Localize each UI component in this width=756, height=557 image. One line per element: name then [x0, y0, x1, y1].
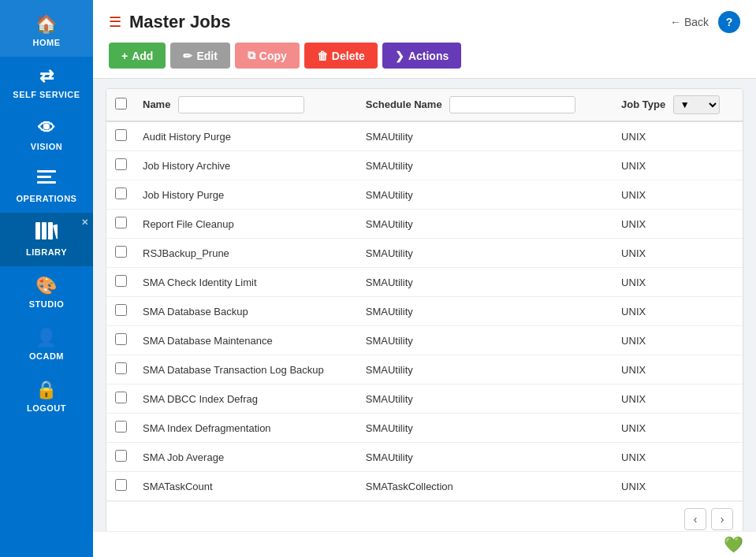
- row-schedule-name: SMAUtility: [358, 355, 613, 384]
- table-area: Name Schedule Name Job Type ▼ UNIX: [93, 79, 756, 531]
- row-job-type: UNIX: [613, 268, 743, 297]
- table-row: SMA Database Transaction Log Backup SMAU…: [106, 355, 743, 384]
- sidebar-item-vision[interactable]: 👁 VISION: [0, 109, 93, 161]
- delete-label: Delete: [332, 50, 365, 62]
- row-checkbox[interactable]: [115, 217, 127, 228]
- prev-page-button[interactable]: ‹: [684, 508, 706, 530]
- row-name: Report File Cleanup: [135, 210, 358, 239]
- svg-rect-2: [37, 181, 56, 184]
- row-checkbox[interactable]: [115, 246, 127, 258]
- row-name: SMA Database Backup: [135, 297, 358, 326]
- pagination: ‹ ›: [106, 501, 743, 531]
- row-schedule-name: SMAUtility: [358, 151, 613, 180]
- table-row: RSJBackup_Prune SMAUtility UNIX: [106, 239, 743, 268]
- table-row: SMA Job Average SMAUtility UNIX: [106, 443, 743, 472]
- table-row: SMA DBCC Index Defrag SMAUtility UNIX: [106, 384, 743, 414]
- table-row: Job History Purge SMAUtility UNIX: [106, 180, 743, 210]
- sidebar-item-label: SELF SERVICE: [13, 90, 80, 99]
- topbar-header: ☰ Master Jobs ← Back ?: [109, 11, 740, 33]
- table-row: Audit History Purge SMAUtility UNIX: [106, 121, 743, 151]
- table-row: SMA Index Defragmentation SMAUtility UNI…: [106, 414, 743, 443]
- sidebar-item-ocadm[interactable]: 👤 OCADM: [0, 318, 93, 370]
- row-name: Job History Archive: [135, 151, 358, 180]
- name-col-header: Name: [135, 89, 358, 121]
- operations-icon: [37, 170, 56, 191]
- row-checkbox[interactable]: [115, 333, 127, 345]
- row-checkbox[interactable]: [115, 129, 127, 141]
- edit-button[interactable]: ✏ Edit: [170, 43, 229, 69]
- row-name: RSJBackup_Prune: [135, 239, 358, 268]
- row-checkbox-cell: [106, 151, 135, 180]
- sidebar-item-label: STUDIO: [29, 299, 65, 309]
- row-schedule-name: SMAUtility: [358, 414, 613, 443]
- actions-button[interactable]: ❯ Actions: [382, 43, 461, 69]
- row-checkbox[interactable]: [115, 362, 127, 374]
- add-button[interactable]: + Add: [109, 43, 166, 69]
- table-row: SMA Database Backup SMAUtility UNIX: [106, 297, 743, 326]
- row-job-type: UNIX: [613, 326, 743, 355]
- table-row: Job History Archive SMAUtility UNIX: [106, 151, 743, 180]
- sidebar-item-operations[interactable]: OPERATIONS: [0, 161, 93, 213]
- sidebar-item-library[interactable]: ✕ LIBRARY: [0, 213, 93, 266]
- logout-icon: 🔒: [35, 380, 58, 400]
- close-icon[interactable]: ✕: [81, 217, 89, 228]
- topbar: ☰ Master Jobs ← Back ? + Add ✏ Edit: [93, 0, 756, 79]
- back-label: Back: [684, 16, 709, 28]
- sidebar-item-label: OCADM: [29, 351, 64, 361]
- table-row: SMATaskCount SMATaskCollection UNIX: [106, 472, 743, 501]
- svg-rect-3: [35, 222, 40, 240]
- row-checkbox[interactable]: [115, 188, 127, 199]
- add-label: Add: [132, 50, 153, 62]
- row-schedule-name: SMAUtility: [358, 210, 613, 239]
- sidebar: 🏠 HOME ⇄ SELF SERVICE 👁 VISION OPERATION…: [0, 0, 93, 557]
- sidebar-item-studio[interactable]: 🎨 STUDIO: [0, 266, 93, 318]
- help-button[interactable]: ?: [718, 11, 740, 33]
- copy-button[interactable]: ⧉ Copy: [235, 43, 300, 69]
- name-filter-input[interactable]: [178, 96, 304, 113]
- row-name: SMA DBCC Index Defrag: [135, 384, 358, 414]
- sidebar-item-logout[interactable]: 🔒 LOGOUT: [0, 370, 93, 422]
- job-type-filter-select[interactable]: ▼ UNIX: [673, 95, 720, 114]
- row-name: SMA Database Maintenance: [135, 326, 358, 355]
- back-arrow-icon: ←: [670, 16, 681, 28]
- row-schedule-name: SMAUtility: [358, 180, 613, 210]
- svg-rect-4: [42, 222, 47, 240]
- row-schedule-name: SMAUtility: [358, 239, 613, 268]
- next-page-button[interactable]: ›: [711, 508, 733, 530]
- sidebar-item-home[interactable]: 🏠 HOME: [0, 0, 93, 57]
- row-checkbox-cell: [106, 355, 135, 384]
- row-checkbox[interactable]: [115, 392, 127, 403]
- row-checkbox[interactable]: [115, 304, 127, 316]
- select-all-checkbox[interactable]: [115, 98, 127, 110]
- hamburger-icon[interactable]: ☰: [109, 13, 121, 31]
- row-checkbox-cell: [106, 414, 135, 443]
- sidebar-item-self-service[interactable]: ⇄ SELF SERVICE: [0, 57, 93, 109]
- row-name: SMATaskCount: [135, 472, 358, 501]
- row-checkbox[interactable]: [115, 421, 127, 433]
- delete-button[interactable]: 🗑 Delete: [304, 43, 378, 69]
- schedule-name-filter-input[interactable]: [449, 96, 575, 113]
- row-checkbox[interactable]: [115, 479, 127, 491]
- row-schedule-name: SMAUtility: [358, 268, 613, 297]
- row-job-type: UNIX: [613, 121, 743, 151]
- edit-icon: ✏: [183, 50, 192, 62]
- row-job-type: UNIX: [613, 355, 743, 384]
- row-checkbox[interactable]: [115, 275, 127, 287]
- back-link[interactable]: ← Back: [670, 16, 709, 28]
- row-checkbox-cell: [106, 210, 135, 239]
- row-checkbox-cell: [106, 384, 135, 414]
- row-checkbox[interactable]: [115, 158, 127, 170]
- row-name: SMA Check Identity Limit: [135, 268, 358, 297]
- table-row: SMA Database Maintenance SMAUtility UNIX: [106, 326, 743, 355]
- row-checkbox-cell: [106, 180, 135, 210]
- ocadm-icon: 👤: [35, 328, 58, 348]
- svg-rect-1: [37, 176, 51, 178]
- row-job-type: UNIX: [613, 472, 743, 501]
- edit-label: Edit: [196, 50, 217, 62]
- name-col-label: Name: [143, 98, 170, 110]
- row-job-type: UNIX: [613, 210, 743, 239]
- row-job-type: UNIX: [613, 384, 743, 414]
- statusbar: 💚: [93, 531, 756, 557]
- row-name: Audit History Purge: [135, 121, 358, 151]
- row-checkbox[interactable]: [115, 450, 127, 462]
